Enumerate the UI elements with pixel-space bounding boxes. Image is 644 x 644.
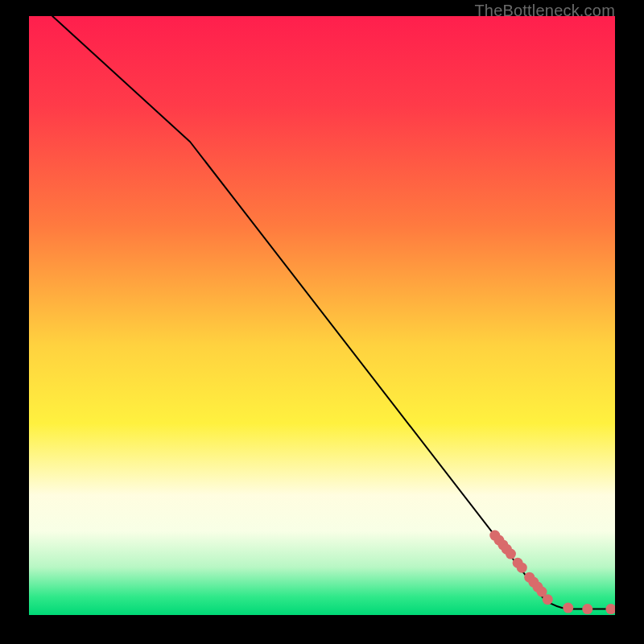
chart-svg	[29, 16, 615, 615]
marker-point	[517, 563, 527, 573]
marker-point	[543, 594, 553, 605]
plot-area	[29, 16, 615, 615]
chart-frame: TheBottleneck.com	[0, 0, 644, 644]
marker-point	[582, 604, 592, 614]
gradient-background	[29, 16, 615, 615]
marker-point	[506, 549, 516, 559]
marker-point	[563, 603, 573, 613]
